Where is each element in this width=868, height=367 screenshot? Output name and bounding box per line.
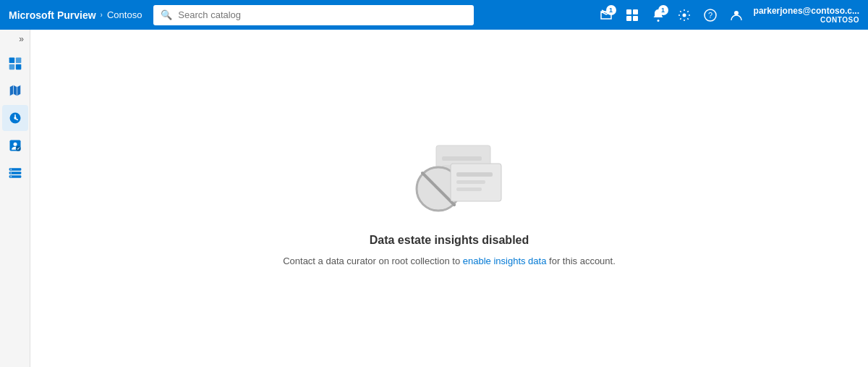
sidebar-item-insights[interactable]	[2, 105, 28, 131]
svg-rect-26	[442, 156, 482, 161]
svg-point-22	[10, 169, 12, 170]
svg-rect-9	[9, 58, 14, 64]
svg-point-5	[682, 13, 686, 17]
sidebar-item-data-policy[interactable]	[2, 132, 28, 159]
empty-state-illustration	[391, 131, 507, 225]
svg-rect-3	[633, 16, 638, 21]
sidebar-item-management[interactable]	[2, 160, 28, 186]
svg-point-17	[13, 143, 17, 146]
svg-rect-11	[9, 64, 14, 70]
brand: Microsoft Purview › Contoso	[9, 9, 142, 21]
svg-point-8	[734, 11, 739, 15]
brand-separator: ›	[101, 11, 103, 19]
sidebar: »	[0, 30, 30, 367]
main-content: Data estate insights disabled Contact a …	[30, 30, 868, 367]
enable-link[interactable]: enable insights data	[463, 256, 547, 266]
svg-rect-1	[633, 9, 638, 14]
svg-point-4	[657, 20, 659, 22]
empty-state: Data estate insights disabled Contact a …	[283, 131, 616, 266]
user-org: CONTOSO	[820, 16, 859, 24]
svg-rect-33	[456, 172, 493, 177]
help-button[interactable]: ?	[699, 4, 722, 27]
settings-button[interactable]	[673, 4, 696, 27]
empty-state-title: Data estate insights disabled	[370, 234, 529, 247]
search-input[interactable]	[178, 9, 467, 20]
announcements-badge: 1	[606, 5, 616, 15]
svg-rect-35	[456, 187, 482, 191]
connections-button[interactable]	[621, 4, 644, 27]
svg-point-15	[14, 117, 16, 119]
svg-point-23	[10, 172, 12, 174]
svg-rect-0	[626, 9, 631, 14]
announcements-button[interactable]: 1	[595, 4, 618, 27]
svg-text:?: ?	[708, 11, 712, 20]
sidebar-item-data-catalog[interactable]	[2, 50, 28, 76]
topbar-actions: 1 1	[595, 4, 859, 27]
svg-rect-2	[626, 16, 631, 21]
empty-state-subtitle: Contact a data curator on root collectio…	[283, 256, 616, 266]
sidebar-toggle[interactable]: »	[0, 34, 30, 44]
notifications-button[interactable]: 1	[647, 4, 670, 27]
svg-marker-13	[9, 85, 20, 96]
svg-rect-12	[15, 64, 21, 70]
sidebar-item-data-map[interactable]	[2, 77, 28, 104]
user-avatar-button[interactable]	[725, 4, 748, 27]
svg-point-24	[10, 176, 12, 177]
user-info[interactable]: parkerjones@contoso.c... CONTOSO	[754, 6, 859, 24]
notifications-badge: 1	[658, 5, 668, 15]
brand-tenant: Contoso	[107, 9, 142, 20]
svg-rect-34	[456, 180, 485, 184]
layout: »	[0, 30, 868, 367]
svg-rect-10	[15, 58, 21, 64]
brand-title: Microsoft Purview	[9, 9, 96, 21]
user-name: parkerjones@contoso.c...	[754, 6, 859, 16]
topbar: Microsoft Purview › Contoso 🔍 1	[0, 0, 868, 30]
search-bar[interactable]: 🔍	[153, 5, 474, 25]
search-icon: 🔍	[161, 9, 172, 20]
